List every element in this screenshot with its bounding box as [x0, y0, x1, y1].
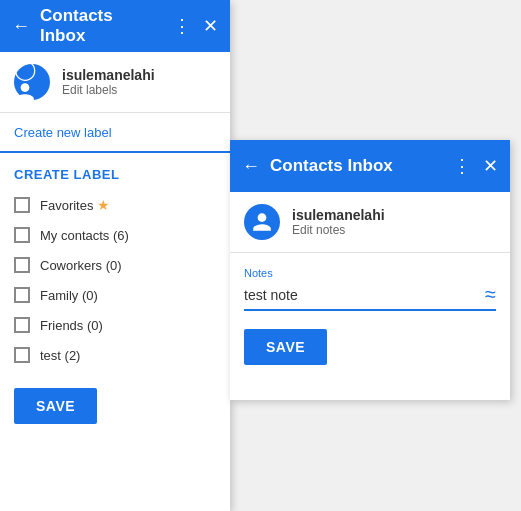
notes-input[interactable]	[244, 287, 481, 303]
right-panel-header: ← Contacts Inbox ⋮ ✕	[230, 140, 510, 192]
list-item: Family (0)	[14, 280, 216, 310]
label-favorites-text: Favorites	[40, 198, 93, 213]
left-user-row: ◯ isulemanelahi Edit labels	[0, 52, 230, 113]
left-panel: ← Contacts Inbox ⋮ ✕ ◯ isulemanelahi Edi…	[0, 0, 230, 511]
label-coworkers-text: Coworkers (0)	[40, 258, 122, 273]
left-user-info: isulemanelahi Edit labels	[62, 67, 155, 97]
right-user-row: isulemanelahi Edit notes	[230, 192, 510, 253]
right-save-button[interactable]: SAVE	[244, 329, 327, 365]
left-user-subtext[interactable]: Edit labels	[62, 83, 155, 97]
create-new-label-link[interactable]: Create new label	[14, 125, 112, 140]
right-user-info: isulemanelahi Edit notes	[292, 207, 385, 237]
left-close-icon[interactable]: ✕	[203, 15, 218, 37]
star-icon: ★	[97, 197, 110, 213]
friends-checkbox[interactable]	[14, 317, 30, 333]
left-panel-header: ← Contacts Inbox ⋮ ✕	[0, 0, 230, 52]
label-friends-text: Friends (0)	[40, 318, 103, 333]
left-more-icon[interactable]: ⋮	[173, 15, 191, 37]
my-contacts-checkbox[interactable]	[14, 227, 30, 243]
notes-label: Notes	[244, 267, 496, 279]
family-checkbox[interactable]	[14, 287, 30, 303]
right-user-subtext[interactable]: Edit notes	[292, 223, 385, 237]
right-panel-title: Contacts Inbox	[270, 156, 441, 176]
test-checkbox[interactable]	[14, 347, 30, 363]
notes-section: Notes ≈	[230, 253, 510, 311]
left-save-button[interactable]: SAVE	[14, 388, 97, 424]
avatar-person-icon: ◯	[14, 57, 50, 108]
left-user-name: isulemanelahi	[62, 67, 155, 83]
right-more-icon[interactable]: ⋮	[453, 155, 471, 177]
label-list: Favorites ★ My contacts (6) Coworkers (0…	[0, 190, 230, 370]
left-avatar: ◯	[14, 64, 50, 100]
right-avatar-person-icon	[251, 211, 273, 233]
label-family-text: Family (0)	[40, 288, 98, 303]
favorites-checkbox[interactable]	[14, 197, 30, 213]
label-test-text: test (2)	[40, 348, 80, 363]
notes-wavy-icon[interactable]: ≈	[485, 283, 496, 306]
right-back-button[interactable]: ←	[242, 156, 260, 177]
right-user-name: isulemanelahi	[292, 207, 385, 223]
notes-input-row: ≈	[244, 283, 496, 311]
list-item: Friends (0)	[14, 310, 216, 340]
create-link-row: Create new label	[0, 113, 230, 153]
label-my-contacts-text: My contacts (6)	[40, 228, 129, 243]
list-item: test (2)	[14, 340, 216, 370]
list-item: Coworkers (0)	[14, 250, 216, 280]
coworkers-checkbox[interactable]	[14, 257, 30, 273]
create-label-heading: CREATE LABEL	[0, 153, 230, 190]
right-panel: ← Contacts Inbox ⋮ ✕ isulemanelahi Edit …	[230, 140, 510, 400]
left-back-button[interactable]: ←	[12, 16, 30, 37]
left-panel-title: Contacts Inbox	[40, 6, 161, 46]
list-item: My contacts (6)	[14, 220, 216, 250]
right-avatar	[244, 204, 280, 240]
list-item: Favorites ★	[14, 190, 216, 220]
right-close-icon[interactable]: ✕	[483, 155, 498, 177]
